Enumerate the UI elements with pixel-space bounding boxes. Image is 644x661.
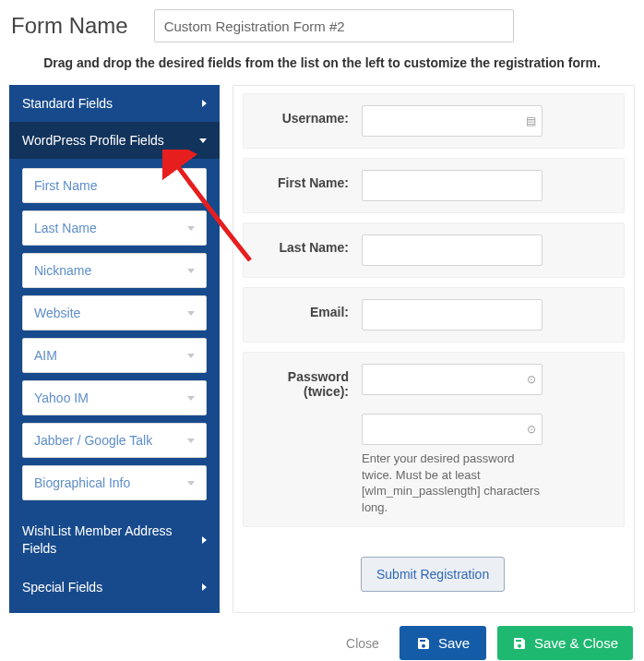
save-button-label: Save bbox=[438, 635, 470, 651]
draggable-label: Last Name bbox=[34, 221, 97, 235]
save-button[interactable]: Save bbox=[400, 626, 486, 660]
draggable-label: First Name bbox=[34, 178, 97, 193]
chevron-down-icon bbox=[187, 396, 195, 401]
draggable-first-name[interactable]: First Name bbox=[22, 168, 207, 203]
email-input[interactable] bbox=[362, 299, 543, 330]
accordion-label: Standard Fields bbox=[22, 96, 113, 111]
field-last-name[interactable]: Last Name: bbox=[243, 222, 625, 278]
draggable-label: Nickname bbox=[34, 263, 91, 278]
close-button[interactable]: Close bbox=[337, 629, 388, 658]
draggable-label: AIM bbox=[34, 348, 57, 363]
field-email[interactable]: Email: bbox=[243, 287, 625, 343]
header-row: Form Name bbox=[0, 0, 644, 54]
accordion-special-fields[interactable]: Special Fields bbox=[9, 569, 220, 606]
password-help-text: Enter your desired password twice. Must … bbox=[362, 451, 546, 515]
field-label: Last Name: bbox=[256, 234, 349, 255]
save-close-button[interactable]: Save & Close bbox=[497, 626, 633, 660]
first-name-input[interactable] bbox=[362, 170, 543, 201]
password-input-1[interactable]: ⊙ bbox=[362, 364, 543, 395]
accordion-label: Special Fields bbox=[22, 580, 102, 595]
field-username[interactable]: Username: ▤ bbox=[243, 93, 625, 149]
save-close-button-label: Save & Close bbox=[534, 635, 618, 651]
form-name-title: Form Name bbox=[11, 13, 128, 39]
field-label: Password (twice): bbox=[256, 364, 349, 399]
chevron-down-icon bbox=[187, 269, 195, 273]
field-label: Username: bbox=[256, 105, 349, 126]
chevron-right-icon bbox=[202, 536, 207, 544]
fields-sidebar: Standard Fields WordPress Profile Fields… bbox=[9, 85, 220, 613]
save-icon bbox=[416, 636, 431, 651]
draggable-last-name[interactable]: Last Name bbox=[22, 210, 207, 246]
chevron-right-icon bbox=[202, 100, 207, 107]
key-icon: ⊙ bbox=[527, 423, 536, 436]
autofill-icon: ▤ bbox=[526, 114, 536, 127]
field-label: Email: bbox=[256, 299, 349, 319]
workspace: Standard Fields WordPress Profile Fields… bbox=[0, 85, 644, 613]
chevron-down-icon bbox=[187, 311, 195, 316]
draggable-nickname[interactable]: Nickname bbox=[22, 253, 207, 288]
form-canvas[interactable]: Username: ▤ First Name: Last Name: Email… bbox=[233, 85, 635, 613]
submit-registration-button[interactable]: Submit Registration bbox=[361, 557, 505, 592]
password-input-2[interactable]: ⊙ bbox=[362, 414, 543, 445]
field-password[interactable]: Password (twice): ⊙ ⊙ Enter your desired… bbox=[243, 352, 625, 527]
chevron-down-icon bbox=[187, 226, 195, 231]
draggable-label: Yahoo IM bbox=[34, 391, 89, 405]
draggable-label: Website bbox=[34, 306, 80, 320]
accordion-label: WishList Member Address Fields bbox=[22, 523, 179, 558]
accordion-label: WordPress Profile Fields bbox=[22, 133, 164, 148]
draggable-label: Jabber / Google Talk bbox=[34, 433, 152, 448]
draggable-label: Biographical Info bbox=[34, 475, 130, 490]
form-name-input[interactable] bbox=[154, 9, 514, 42]
chevron-down-icon bbox=[187, 184, 195, 188]
accordion-standard-fields[interactable]: Standard Fields bbox=[9, 85, 220, 122]
footer: Close Save Save & Close bbox=[0, 613, 644, 661]
draggable-website[interactable]: Website bbox=[22, 295, 207, 330]
field-first-name[interactable]: First Name: bbox=[243, 158, 625, 213]
accordion-wp-profile-fields[interactable]: WordPress Profile Fields bbox=[9, 122, 220, 159]
chevron-right-icon bbox=[202, 583, 207, 591]
chevron-down-icon bbox=[187, 481, 195, 486]
draggable-bio-info[interactable]: Biographical Info bbox=[22, 465, 207, 500]
accordion-wishlist-address[interactable]: WishList Member Address Fields bbox=[9, 511, 220, 569]
save-icon bbox=[512, 636, 527, 651]
username-input[interactable]: ▤ bbox=[362, 105, 543, 137]
chevron-down-icon bbox=[187, 439, 195, 443]
last-name-input[interactable] bbox=[362, 234, 543, 266]
chevron-down-icon bbox=[199, 138, 207, 143]
key-icon: ⊙ bbox=[527, 373, 536, 386]
accordion-body-wp: First Name Last Name Nickname Website AI… bbox=[9, 159, 220, 511]
draggable-yahoo-im[interactable]: Yahoo IM bbox=[22, 380, 207, 415]
form-canvas-column: Username: ▤ First Name: Last Name: Email… bbox=[233, 85, 635, 613]
field-label: First Name: bbox=[256, 170, 349, 190]
draggable-aim[interactable]: AIM bbox=[22, 338, 207, 373]
draggable-jabber[interactable]: Jabber / Google Talk bbox=[22, 423, 207, 458]
instruction-text: Drag and drop the desired fields from th… bbox=[0, 54, 644, 85]
submit-row: Submit Registration bbox=[243, 536, 625, 599]
chevron-down-icon bbox=[187, 354, 195, 358]
